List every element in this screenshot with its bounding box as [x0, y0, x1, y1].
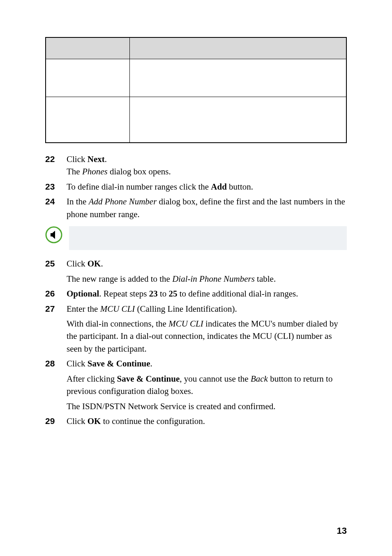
step-26: 26 Optional. Repeat steps 23 to 25 to de… — [45, 287, 347, 300]
step-text: Click Next. — [67, 154, 107, 164]
speaker-icon — [45, 226, 62, 243]
table-cell — [130, 97, 346, 143]
config-table — [45, 37, 347, 143]
table-cell — [46, 97, 130, 143]
step-text: Click OK. — [67, 259, 103, 269]
step-number: 24 — [45, 195, 55, 208]
step-number: 25 — [45, 257, 55, 270]
step-text: In the Add Phone Number dialog box, defi… — [67, 197, 345, 219]
note-callout — [45, 226, 347, 250]
table-row — [46, 97, 346, 143]
step-text: Click OK to continue the configuration. — [67, 416, 205, 426]
step-subtext: The new range is added to the Dial-in Ph… — [45, 273, 347, 285]
step-subtext: After clicking Save & Continue, you cann… — [45, 373, 347, 398]
table-cell — [46, 59, 130, 97]
page-number: 13 — [337, 526, 347, 536]
table-row — [46, 59, 346, 97]
step-subtext: The ISDN/PSTN Network Service is created… — [45, 400, 347, 412]
step-number: 28 — [45, 357, 55, 370]
step-subtext: The Phones dialog box opens. — [67, 165, 347, 178]
table-header-description — [130, 37, 346, 59]
step-27: 27 Enter the MCU CLI (Calling Line Ident… — [45, 303, 347, 315]
step-number: 27 — [45, 303, 55, 315]
step-text: To define dial-in number ranges click th… — [67, 182, 253, 192]
step-text: Optional. Repeat steps 23 to 25 to defin… — [67, 289, 298, 299]
step-28: 28 Click Save & Continue. — [45, 357, 347, 370]
step-25: 25 Click OK. — [45, 257, 347, 270]
step-text: Enter the MCU CLI (Calling Line Identifi… — [67, 304, 237, 314]
step-24: 24 In the Add Phone Number dialog box, d… — [45, 195, 347, 220]
note-content — [69, 226, 347, 250]
table-header-field — [46, 37, 130, 59]
step-text: Click Save & Continue. — [67, 359, 152, 368]
step-subtext: With dial-in connections, the MCU CLI in… — [45, 317, 347, 355]
table-cell — [130, 59, 346, 97]
step-23: 23 To define dial-in number ranges click… — [45, 181, 347, 193]
step-number: 26 — [45, 287, 55, 300]
step-number: 22 — [45, 153, 55, 165]
step-number: 29 — [45, 415, 55, 427]
step-number: 23 — [45, 181, 55, 193]
step-22: 22 Click Next. The Phones dialog box ope… — [45, 153, 347, 178]
step-29: 29 Click OK to continue the configuratio… — [45, 415, 347, 427]
